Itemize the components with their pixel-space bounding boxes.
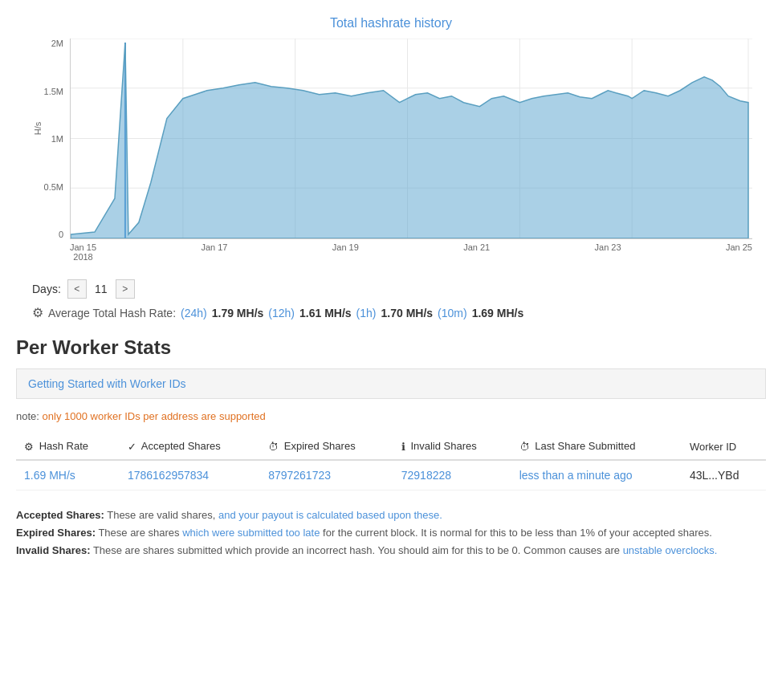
hash-rate-header-icon: ⚙	[24, 441, 34, 453]
note-highlight: only 1000 worker IDs per address are sup…	[43, 410, 266, 422]
x-label-jan15: Jan 152018	[70, 242, 96, 262]
accepted-desc-link: and your payout is calculated based upon…	[218, 509, 442, 521]
th-hash-rate-label: Hash Rate	[39, 440, 88, 452]
table-header: ⚙ Hash Rate ✓ Accepted Shares ⏱ Expired …	[16, 433, 766, 460]
expired-desc3: your accepted shares.	[609, 527, 712, 539]
accepted-header-icon: ✓	[128, 441, 136, 453]
accepted-term: Accepted Shares:	[16, 509, 104, 521]
days-nav: Days: < 11 >	[32, 279, 766, 299]
th-expired: ⏱ Expired Shares	[260, 433, 393, 460]
cell-expired-shares: 8797261723	[260, 460, 393, 490]
x-axis: Jan 152018 Jan 17 Jan 19 Jan 21 Jan 23 J…	[70, 239, 752, 263]
x-label-jan21: Jan 21	[463, 242, 490, 252]
th-expired-label: Expired Shares	[284, 440, 356, 452]
value-1h: 1.70 MH/s	[381, 307, 434, 319]
y-label-1m: 1M	[51, 134, 63, 144]
days-label: Days:	[32, 283, 61, 295]
info-section: Accepted Shares: These are valid shares,…	[16, 507, 766, 560]
period-12h: (12h)	[268, 307, 295, 319]
invalid-desc-link: unstable overclocks.	[623, 544, 718, 556]
days-next-button[interactable]: >	[116, 279, 135, 299]
hash-rate-summary: ⚙ Average Total Hash Rate: (24h) 1.79 MH…	[32, 305, 766, 320]
th-worker-id: Worker ID	[682, 433, 766, 460]
hash-rate-prefix: Average Total Hash Rate:	[48, 307, 176, 319]
th-last-share-label: Last Share Submitted	[535, 440, 635, 452]
value-24h: 1.79 MH/s	[212, 307, 264, 319]
table-row: 1.69 MH/s 1786162957834 8797261723 72918…	[16, 460, 766, 490]
y-label-0: 0	[59, 230, 63, 239]
expired-info: Expired Shares: These are shares which w…	[16, 524, 766, 542]
y-label-0-5m: 0.5M	[44, 182, 63, 192]
y-label-2m: 2M	[51, 39, 63, 48]
cell-worker-id: 43L...YBd	[682, 460, 766, 490]
note-text: note: only 1000 worker IDs per address a…	[16, 410, 766, 422]
cell-accepted-shares: 1786162957834	[120, 460, 260, 490]
th-last-share: ⏱ Last Share Submitted	[511, 433, 682, 460]
x-label-jan23: Jan 23	[595, 242, 621, 252]
cell-last-share: less than a minute ago	[511, 460, 682, 490]
chart-title: Total hashrate history	[16, 16, 766, 31]
per-worker-title: Per Worker Stats	[16, 336, 766, 359]
th-hash-rate: ⚙ Hash Rate	[16, 433, 120, 460]
cell-invalid-shares: 72918228	[393, 460, 511, 490]
last-share-header-icon: ⏱	[519, 441, 530, 453]
cell-hash-rate: 1.69 MH/s	[16, 460, 120, 490]
invalid-header-icon: ℹ	[401, 441, 405, 453]
hashrate-icon: ⚙	[32, 305, 43, 320]
chart-svg	[71, 39, 752, 238]
days-value: 11	[93, 283, 109, 295]
period-10m: (10m)	[438, 307, 467, 319]
th-worker-id-label: Worker ID	[690, 441, 736, 453]
expired-desc-link1: which were submitted too late	[182, 527, 320, 539]
worker-id-bar[interactable]: Getting Started with Worker IDs	[16, 368, 766, 399]
period-24h: (24h)	[181, 307, 207, 319]
expired-header-icon: ⏱	[268, 441, 279, 453]
expired-term: Expired Shares:	[16, 527, 96, 539]
th-invalid: ℹ Invalid Shares	[393, 433, 511, 460]
value-12h: 1.61 MH/s	[299, 307, 352, 319]
table-body: 1.69 MH/s 1786162957834 8797261723 72918…	[16, 460, 766, 490]
invalid-desc1: These are shares submitted which provide…	[93, 544, 623, 556]
th-accepted: ✓ Accepted Shares	[120, 433, 260, 460]
x-label-jan19: Jan 19	[332, 242, 359, 252]
accepted-desc-plain: These are valid shares,	[107, 509, 218, 521]
expired-desc2: for the current block. It is normal for …	[323, 527, 606, 539]
th-accepted-label: Accepted Shares	[141, 440, 221, 452]
days-prev-button[interactable]: <	[67, 279, 87, 299]
expired-desc1: These are shares	[98, 527, 182, 539]
x-label-jan17: Jan 17	[201, 242, 227, 252]
chart-plot-area	[70, 39, 752, 239]
hashrate-chart: 2M 1.5M 1M 0.5M 0 H/s	[30, 39, 752, 263]
invalid-info: Invalid Shares: These are shares submitt…	[16, 542, 766, 560]
th-invalid-label: Invalid Shares	[410, 440, 476, 452]
x-label-jan25: Jan 25	[726, 242, 752, 252]
accepted-info: Accepted Shares: These are valid shares,…	[16, 507, 766, 524]
invalid-term: Invalid Shares:	[16, 544, 90, 556]
stats-table: ⚙ Hash Rate ✓ Accepted Shares ⏱ Expired …	[16, 433, 766, 490]
value-10m: 1.69 MH/s	[472, 307, 524, 319]
y-label-1-5m: 1.5M	[44, 87, 63, 96]
note-prefix: note:	[16, 410, 43, 422]
period-1h: (1h)	[356, 307, 377, 319]
y-axis: 2M 1.5M 1M 0.5M 0	[30, 39, 70, 263]
y-unit: H/s	[33, 122, 43, 136]
